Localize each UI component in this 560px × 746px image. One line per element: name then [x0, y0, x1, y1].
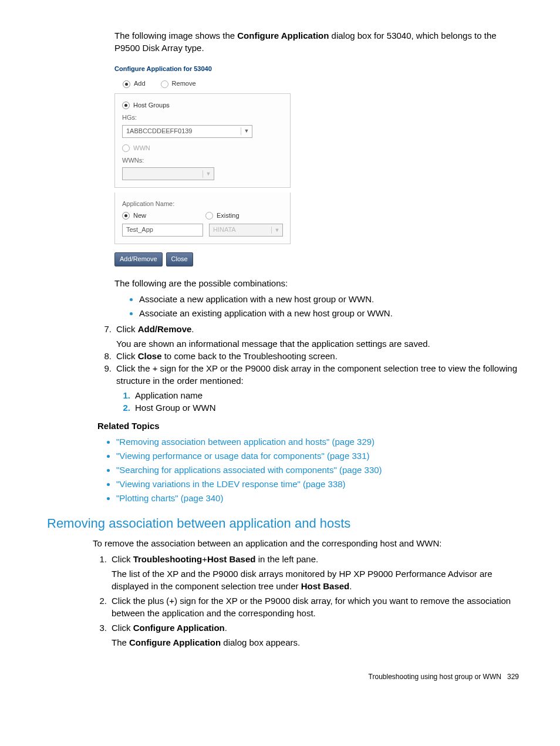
dialog-title: Configure Application for 53040: [114, 65, 291, 73]
radio-host-groups[interactable]: [122, 102, 130, 109]
step-1: 1. Click Troubleshooting+Host Based in t…: [93, 553, 519, 592]
radio-existing-label: Existing: [217, 211, 239, 220]
appname-panel: Application Name: New Existing Test_App …: [114, 193, 291, 244]
list-item: Associate an existing application with a…: [139, 307, 525, 319]
step-7: 7. Click Add/Remove. You are shown an in…: [97, 323, 519, 350]
section-heading: Removing association between application…: [47, 515, 525, 533]
hgs-combo[interactable]: 1ABBCCDDEEFF0139 ▼: [122, 125, 252, 138]
text: dialog box appears.: [221, 637, 300, 647]
radio-new-label: New: [133, 211, 146, 220]
link[interactable]: "Removing association between applicatio…: [116, 437, 375, 447]
section-intro: To remove the association between an app…: [93, 537, 519, 549]
step-3: 3. Click Configure Application. The Conf…: [93, 622, 519, 649]
new-app-input[interactable]: Test_App: [122, 224, 203, 237]
radio-remove-label: Remove: [172, 79, 196, 88]
step-9: 9. Click the + sign for the XP or the P9…: [97, 362, 519, 414]
radio-remove[interactable]: [161, 80, 168, 88]
configure-application-dialog: Configure Application for 53040 Add Remo…: [114, 65, 291, 266]
footer-text: Troubleshooting using host group or WWN: [369, 673, 501, 681]
new-app-value: Test_App: [126, 225, 153, 234]
radio-new[interactable]: [122, 212, 130, 220]
text: +: [202, 554, 207, 564]
text-bold: Configure Application: [237, 31, 329, 40]
text: Click: [116, 351, 138, 361]
wwns-label: WWNs:: [122, 156, 283, 165]
text: Click: [116, 324, 138, 334]
text-bold: Close: [138, 351, 162, 361]
page-number: 329: [507, 673, 519, 681]
text-bold: Configure Application: [133, 623, 225, 633]
step-body: You are shown an informational message t…: [116, 337, 519, 350]
radio-wwn[interactable]: [122, 144, 130, 152]
text: .: [191, 324, 194, 334]
text-bold: Host Based: [207, 554, 256, 564]
appname-label: Application Name:: [122, 200, 283, 208]
existing-app-value: HINATA: [210, 225, 271, 234]
radio-add[interactable]: [123, 80, 130, 88]
link[interactable]: "Viewing performance or usage data for c…: [116, 451, 369, 461]
text: in the left pane.: [255, 554, 318, 564]
text-bold: Troubleshooting: [133, 554, 203, 564]
substep-1: 1.Application name: [116, 389, 519, 401]
radio-add-label: Add: [134, 79, 146, 88]
possible-combinations: The following are the possible combinati…: [114, 277, 519, 289]
text: Application name: [135, 389, 519, 401]
text-bold: Host Based: [301, 581, 350, 591]
link[interactable]: "Searching for applications associated w…: [116, 465, 382, 475]
caret-down-icon: ▼: [203, 170, 214, 178]
text-bold: Add/Remove: [138, 324, 192, 334]
list-item: Associate a new application with a new h…: [139, 293, 525, 305]
text: Click the + sign for the XP or the P9000…: [116, 363, 517, 386]
page-footer: Troubleshooting using host group or WWN …: [47, 672, 525, 682]
related-topics-list: "Removing association between applicatio…: [97, 436, 525, 504]
related-topics-heading: Related Topics: [97, 420, 519, 432]
link[interactable]: "Plotting charts" (page 340): [116, 493, 223, 503]
combinations-list: Associate a new application with a new h…: [114, 293, 525, 319]
step-2: 2. Click the plus (+) sign for the XP or…: [93, 595, 519, 619]
text: .: [225, 623, 227, 633]
hgs-value: 1ABBCCDDEEFF0139: [123, 127, 241, 136]
radio-wwn-label: WWN: [133, 144, 150, 153]
link[interactable]: "Viewing variations in the LDEV response…: [116, 479, 346, 489]
radio-host-groups-label: Host Groups: [133, 101, 170, 110]
text: Host Group or WWN: [135, 401, 519, 414]
text: Click: [112, 623, 133, 633]
hgs-label: HGs:: [122, 113, 283, 122]
wwns-combo: ▼: [122, 167, 214, 180]
step-8: 8. Click Close to come back to the Troub…: [97, 350, 519, 362]
existing-app-combo: HINATA ▼: [209, 224, 283, 237]
caret-down-icon: ▼: [241, 127, 252, 135]
text: The: [112, 637, 129, 647]
caret-down-icon: ▼: [271, 227, 282, 234]
close-button[interactable]: Close: [166, 252, 193, 266]
text: The following image shows the: [114, 31, 237, 40]
text-bold: Configure Application: [129, 637, 221, 647]
text: .: [349, 581, 352, 591]
host-panel: Host Groups HGs: 1ABBCCDDEEFF0139 ▼ WWN …: [114, 93, 291, 188]
text: to come back to the Troubleshooting scre…: [162, 351, 338, 361]
radio-existing[interactable]: [205, 212, 213, 220]
intro-paragraph: The following image shows the Configure …: [114, 29, 519, 54]
add-remove-button[interactable]: Add/Remove: [114, 252, 163, 266]
text: Click: [112, 554, 133, 564]
substep-2: 2.Host Group or WWN: [116, 401, 519, 414]
text: Click the plus (+) sign for the XP or th…: [112, 595, 519, 619]
